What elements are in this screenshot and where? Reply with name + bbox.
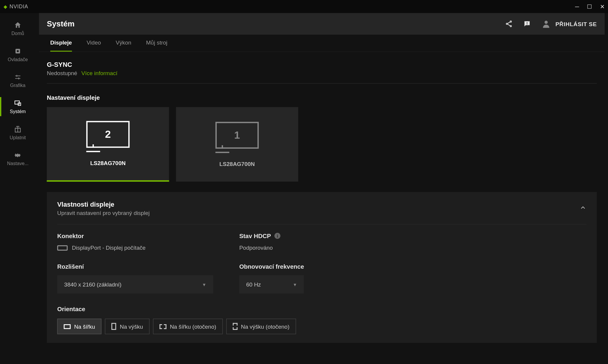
orientation-landscape-flipped[interactable]: Na šířku (otočeno) bbox=[153, 319, 223, 334]
sidebar-item-label: Uplatnit bbox=[10, 135, 26, 140]
display-properties-panel: Vlastnosti displeje Upravit nastavení pr… bbox=[47, 192, 597, 343]
svg-point-1 bbox=[17, 50, 19, 52]
refresh-label: Obnovovací frekvence bbox=[239, 263, 304, 270]
orientation-landscape[interactable]: Na šířku bbox=[57, 319, 102, 334]
tab-displays[interactable]: Displeje bbox=[50, 35, 72, 52]
sidebar-item-graphics[interactable]: Grafika bbox=[0, 68, 36, 94]
connector-value: DisplayPort - Displej počítače bbox=[72, 244, 145, 251]
gsync-status: Nedostupné bbox=[47, 70, 77, 76]
landscape-icon bbox=[64, 324, 71, 329]
tab-video[interactable]: Video bbox=[87, 35, 101, 52]
monitor-card-2[interactable]: 2 LS28AG700N bbox=[47, 107, 169, 182]
orientation-option-label: Na šířku bbox=[74, 323, 95, 330]
svg-point-6 bbox=[506, 23, 508, 24]
minimize-button[interactable]: ─ bbox=[575, 3, 579, 10]
sidebar-item-label: Ovladače bbox=[8, 57, 28, 62]
panel-subtitle: Upravit nastavení pro vybraný displej bbox=[57, 210, 150, 216]
orientation-portrait-flipped[interactable]: Na výšku (otočeno) bbox=[226, 319, 296, 334]
orientation-portrait[interactable]: Na výšku bbox=[105, 319, 150, 334]
sidebar-item-label: Domů bbox=[11, 31, 24, 36]
orientation-option-label: Na výšku (otočeno) bbox=[241, 323, 289, 330]
monitor-number: 1 bbox=[234, 129, 240, 141]
tab-performance[interactable]: Výkon bbox=[116, 35, 132, 52]
gsync-section: G-SYNC Nedostupné Více informací bbox=[39, 52, 604, 79]
tab-myrig[interactable]: Můj stroj bbox=[146, 35, 167, 52]
home-icon bbox=[14, 21, 22, 29]
monitor-number: 2 bbox=[105, 128, 111, 140]
login-button[interactable]: PŘIHLÁSIT SE bbox=[542, 19, 597, 29]
sidebar-item-label: Systém bbox=[10, 109, 26, 114]
monitor-name: LS28AG700N bbox=[90, 160, 126, 167]
close-button[interactable]: ✕ bbox=[600, 3, 605, 10]
system-icon bbox=[14, 99, 22, 107]
display-settings-title: Nastavení displeje bbox=[39, 88, 604, 107]
sidebar: Domů Ovladače Grafika Systém Uplatnit Na… bbox=[0, 13, 36, 364]
monitor-name: LS28AG700N bbox=[219, 161, 255, 167]
monitor-card-1[interactable]: 1 LS28AG700N bbox=[176, 107, 298, 182]
divider bbox=[47, 83, 597, 83]
sidebar-item-label: Nastave... bbox=[7, 161, 28, 166]
maximize-button[interactable]: ☐ bbox=[587, 3, 592, 10]
gsync-more-link[interactable]: Více informací bbox=[81, 70, 117, 76]
resolution-value: 3840 x 2160 (základní) bbox=[64, 281, 121, 288]
sidebar-item-system[interactable]: Systém bbox=[0, 94, 36, 120]
portrait-flipped-icon bbox=[233, 323, 238, 330]
feedback-icon[interactable] bbox=[523, 20, 531, 28]
monitor-icon: 1 bbox=[216, 122, 259, 149]
info-icon[interactable]: i bbox=[274, 233, 280, 239]
chevron-up-icon bbox=[580, 204, 586, 211]
titlebar: ◆ NVIDIA ─ ☐ ✕ bbox=[0, 0, 608, 13]
sidebar-item-label: Grafika bbox=[10, 83, 26, 88]
monitor-icon: 2 bbox=[86, 121, 130, 148]
header: Systém PŘIHLÁSIT SE bbox=[39, 13, 604, 35]
portrait-icon bbox=[112, 323, 116, 330]
collapse-button[interactable] bbox=[580, 204, 586, 213]
gear-icon bbox=[14, 151, 22, 159]
orientation-option-label: Na výšku bbox=[120, 323, 143, 330]
refresh-select[interactable]: 60 Hz ▼ bbox=[239, 275, 304, 293]
sidebar-item-settings[interactable]: Nastave... bbox=[0, 146, 36, 172]
svg-point-5 bbox=[510, 21, 512, 22]
refresh-value: 60 Hz bbox=[246, 281, 261, 288]
hdcp-value: Podporováno bbox=[239, 244, 395, 251]
chevron-down-icon: ▼ bbox=[293, 282, 297, 287]
orientation-option-label: Na šířku (otočeno) bbox=[170, 323, 216, 330]
gift-icon bbox=[14, 125, 22, 133]
resolution-label: Rozlišení bbox=[57, 263, 213, 270]
share-icon[interactable] bbox=[505, 20, 513, 28]
resolution-select[interactable]: 3840 x 2160 (základní) ▼ bbox=[57, 275, 213, 293]
page-title: Systém bbox=[47, 19, 75, 29]
svg-point-7 bbox=[510, 26, 512, 27]
sidebar-item-redeem[interactable]: Uplatnit bbox=[0, 120, 36, 146]
sidebar-item-drivers[interactable]: Ovladače bbox=[0, 42, 36, 68]
app-name: NVIDIA bbox=[10, 4, 28, 10]
nvidia-logo-icon: ◆ bbox=[4, 4, 7, 9]
gsync-title: G-SYNC bbox=[47, 61, 597, 68]
svg-rect-9 bbox=[527, 24, 528, 24]
hdcp-label: Stav HDCP bbox=[239, 232, 271, 239]
chevron-down-icon: ▼ bbox=[202, 282, 206, 287]
svg-rect-8 bbox=[527, 22, 528, 23]
login-label: PŘIHLÁSIT SE bbox=[555, 20, 597, 27]
svg-point-10 bbox=[545, 21, 548, 24]
displayport-icon bbox=[57, 245, 68, 251]
connector-label: Konektor bbox=[57, 232, 213, 239]
tabs: Displeje Video Výkon Můj stroj bbox=[39, 35, 604, 52]
landscape-flipped-icon bbox=[159, 324, 166, 329]
sliders-icon bbox=[14, 73, 22, 81]
panel-title: Vlastnosti displeje bbox=[57, 201, 150, 208]
avatar-icon bbox=[542, 19, 551, 29]
orientation-label: Orientace bbox=[57, 306, 587, 312]
drivers-icon bbox=[14, 47, 22, 55]
sidebar-item-home[interactable]: Domů bbox=[0, 16, 36, 42]
